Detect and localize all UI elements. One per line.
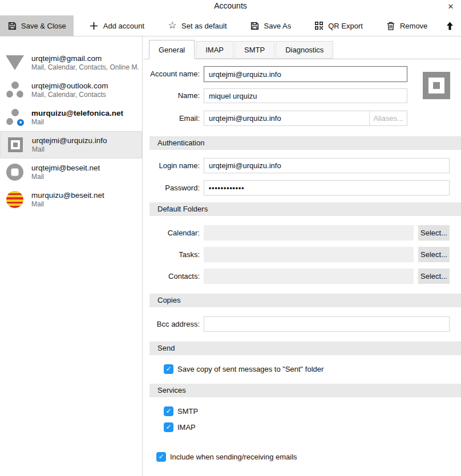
tasks-field[interactable] <box>204 247 414 262</box>
account-services: Mail, Calendar, Contacts <box>31 91 108 99</box>
check-icon: ✓ <box>165 406 171 416</box>
move-up-button[interactable] <box>439 15 460 36</box>
name-label: Name: <box>141 88 200 103</box>
bcc-label: Bcc address: <box>141 316 200 332</box>
account-email: urqtejmi@urquizu.info <box>32 136 107 145</box>
tasks-label: Tasks: <box>141 247 200 262</box>
imap-label: IMAP <box>177 423 196 432</box>
plus-icon <box>90 21 99 30</box>
qr-code-icon <box>314 21 323 30</box>
save-copy-label: Save copy of sent messages to "Sent" fol… <box>177 365 323 373</box>
account-email: murquizu@beseit.net <box>31 190 104 200</box>
account-name-input[interactable] <box>204 66 407 82</box>
square-logo-avatar-icon <box>6 136 25 154</box>
include-checkbox[interactable]: ✓ Include when sending/receiving emails <box>156 452 297 462</box>
account-list: urqtejmi@gmail.com Mail, Calendar, Conta… <box>0 36 143 476</box>
account-item-beseit-2[interactable]: murquizu@beseit.net Mail <box>0 186 142 213</box>
account-services: Mail <box>31 200 104 209</box>
add-account-label: Add account <box>103 22 144 30</box>
section-send: Send <box>149 341 461 355</box>
smtp-checkbox[interactable]: ✓ SMTP <box>164 406 198 416</box>
account-item-outlook[interactable]: urqtejmi@outlook.com Mail, Calendar, Con… <box>0 76 142 104</box>
account-email: murquizu@telefonica.net <box>31 108 123 118</box>
password-label: Password: <box>141 180 200 196</box>
save-copy-checkbox[interactable]: ✓ Save copy of sent messages to "Sent" f… <box>164 364 323 374</box>
arrow-up-icon <box>445 21 454 30</box>
check-icon: ✓ <box>158 452 164 462</box>
contacts-field[interactable] <box>204 268 414 284</box>
check-icon: ✓ <box>165 422 171 432</box>
triangle-avatar-icon <box>6 54 24 72</box>
account-email: urqtejmi@beseit.net <box>31 163 100 173</box>
remove-label: Remove <box>400 22 427 30</box>
section-copies: Copies <box>149 294 461 307</box>
save-close-button[interactable]: Save & Close <box>0 15 74 36</box>
tab-imap[interactable]: IMAP <box>196 41 233 59</box>
checkbox-checked: ✓ <box>164 406 173 416</box>
account-services: Mail <box>31 118 123 127</box>
checkbox-checked: ✓ <box>164 422 173 432</box>
section-default-folders: Default Folders <box>149 202 461 216</box>
account-item-beseit[interactable]: urqtejmi@beseit.net Mail <box>0 158 142 186</box>
calendar-label: Calendar: <box>141 225 200 241</box>
aliases-button[interactable]: Aliases... <box>369 111 407 125</box>
star-icon: ☆ <box>168 21 177 30</box>
tab-general[interactable]: General <box>149 40 195 59</box>
remove-button[interactable]: Remove <box>379 15 435 36</box>
calendar-select-button[interactable]: Select... <box>418 225 450 241</box>
bcc-input[interactable] <box>204 316 450 332</box>
account-email: urqtejmi@outlook.com <box>31 81 108 91</box>
smtp-label: SMTP <box>177 407 198 416</box>
email-label: Email: <box>141 111 200 126</box>
account-services: Mail, Calendar, Contacts, Online M... <box>31 63 139 72</box>
trash-icon <box>386 21 395 30</box>
account-logo <box>423 72 450 99</box>
default-account-star-badge: ★ <box>16 118 25 127</box>
contacts-select-button[interactable]: Select... <box>418 268 450 284</box>
set-as-default-label: Set as default <box>181 22 227 30</box>
section-services: Services <box>149 384 461 397</box>
dots-avatar-icon <box>6 81 24 99</box>
dialog-title: Accounts <box>0 1 461 10</box>
senyera-flag-avatar-icon <box>6 190 24 209</box>
close-icon[interactable]: ✕ <box>446 2 456 12</box>
section-authentication: Authentication <box>149 136 461 150</box>
email-input[interactable] <box>204 111 369 125</box>
circle-square-avatar-icon <box>6 163 24 181</box>
tasks-select-button[interactable]: Select... <box>418 247 450 262</box>
qr-export-button[interactable]: QR Export <box>307 15 370 36</box>
name-input[interactable] <box>204 88 407 103</box>
dots-avatar-icon: ★ <box>6 108 24 127</box>
save-as-button[interactable]: Save As <box>243 15 299 36</box>
set-as-default-button[interactable]: ☆ Set as default <box>160 15 234 36</box>
checkbox-checked: ✓ <box>164 364 173 374</box>
account-item-urquizu-selected[interactable]: urqtejmi@urquizu.info Mail <box>0 131 142 158</box>
include-label: Include when sending/receiving emails <box>170 453 297 461</box>
password-input[interactable] <box>204 180 450 196</box>
check-icon: ✓ <box>165 364 171 374</box>
calendar-field[interactable] <box>204 225 414 241</box>
save-close-label: Save & Close <box>21 22 66 30</box>
email-field-group: Aliases... <box>204 111 407 126</box>
save-icon <box>7 21 17 30</box>
account-item-gmail[interactable]: urqtejmi@gmail.com Mail, Calendar, Conta… <box>0 49 142 76</box>
account-email: urqtejmi@gmail.com <box>31 54 139 63</box>
imap-checkbox[interactable]: ✓ IMAP <box>164 422 196 432</box>
tab-smtp[interactable]: SMTP <box>234 41 274 59</box>
save-as-icon <box>250 21 260 30</box>
add-account-button[interactable]: Add account <box>82 15 152 36</box>
save-as-label: Save As <box>264 22 292 30</box>
accounts-dialog: Accounts ✕ Save & Close Add account ☆ Se… <box>0 0 461 476</box>
login-name-input[interactable] <box>204 158 450 173</box>
login-name-label: Login name: <box>141 158 200 173</box>
tab-diagnostics[interactable]: Diagnostics <box>276 41 333 59</box>
checkbox-checked: ✓ <box>156 452 166 462</box>
contacts-label: Contacts: <box>141 268 200 284</box>
toolbar: Save & Close Add account ☆ Set as defaul… <box>0 15 461 36</box>
tab-bar: General IMAP SMTP Diagnostics <box>143 40 461 59</box>
account-item-telefonica[interactable]: ★ murquizu@telefonica.net Mail <box>0 104 142 131</box>
account-services: Mail <box>31 173 100 181</box>
account-name-label: Account name: <box>141 66 200 82</box>
qr-export-label: QR Export <box>328 22 363 30</box>
account-services: Mail <box>32 145 107 154</box>
